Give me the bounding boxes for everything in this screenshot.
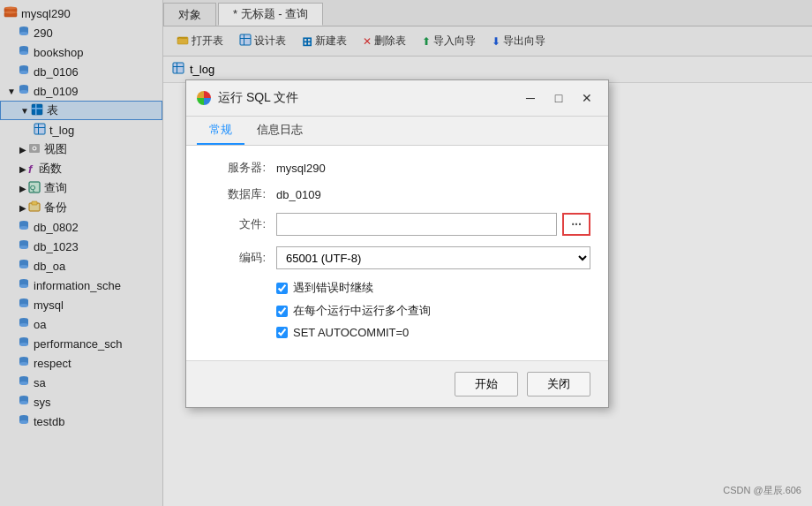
file-row: 文件: ···	[204, 213, 590, 236]
multi-query-label: 在每个运行中运行多个查询	[293, 303, 431, 319]
multi-query-checkbox[interactable]	[276, 306, 288, 317]
autocommit-checkbox[interactable]	[276, 327, 288, 338]
server-label: 服务器:	[204, 160, 266, 176]
encoding-row: 编码: 65001 (UTF-8)	[204, 246, 590, 269]
modal-titlebar: 运行 SQL 文件 ─ □ ✕	[186, 80, 608, 117]
modal-tabs: 常规 信息日志	[186, 117, 608, 146]
sql-run-icon	[197, 91, 211, 105]
autocommit-label: SET AUTOCOMMIT=0	[293, 326, 409, 339]
modal-title: 运行 SQL 文件	[218, 90, 513, 106]
encoding-input-group: 65001 (UTF-8)	[276, 246, 590, 269]
browse-button[interactable]: ···	[562, 213, 590, 236]
modal-tab-general[interactable]: 常规	[197, 117, 244, 145]
database-row: 数据库: db_0109	[204, 186, 590, 202]
modal-body: 服务器: mysql290 数据库: db_0109 文件: ···	[186, 146, 608, 360]
modal-footer: 开始 关闭	[186, 360, 608, 407]
checkbox-autocommit: SET AUTOCOMMIT=0	[204, 326, 590, 339]
modal-tab-log[interactable]: 信息日志	[244, 117, 315, 145]
checkbox-continue-on-error: 遇到错误时继续	[204, 280, 590, 296]
minimize-button[interactable]: ─	[520, 87, 541, 109]
server-row: 服务器: mysql290	[204, 160, 590, 176]
maximize-button[interactable]: □	[548, 87, 569, 109]
file-label: 文件:	[204, 216, 266, 232]
modal-overlay: 运行 SQL 文件 ─ □ ✕ 常规 信息日志 服务器: mysql290	[0, 0, 812, 506]
encoding-label: 编码:	[204, 250, 266, 266]
checkbox-multi-query: 在每个运行中运行多个查询	[204, 303, 590, 319]
start-button[interactable]: 开始	[455, 372, 518, 396]
server-value: mysql290	[276, 162, 326, 175]
database-label: 数据库:	[204, 186, 266, 202]
database-value: db_0109	[276, 188, 321, 201]
run-sql-modal: 运行 SQL 文件 ─ □ ✕ 常规 信息日志 服务器: mysql290	[185, 79, 609, 408]
close-button[interactable]: 关闭	[527, 372, 590, 396]
encoding-select[interactable]: 65001 (UTF-8)	[276, 246, 590, 269]
close-modal-button[interactable]: ✕	[576, 87, 598, 109]
continue-on-error-checkbox[interactable]	[276, 283, 288, 294]
file-input-group: ···	[276, 213, 590, 236]
continue-on-error-label: 遇到错误时继续	[293, 280, 373, 296]
file-input[interactable]	[276, 213, 557, 236]
